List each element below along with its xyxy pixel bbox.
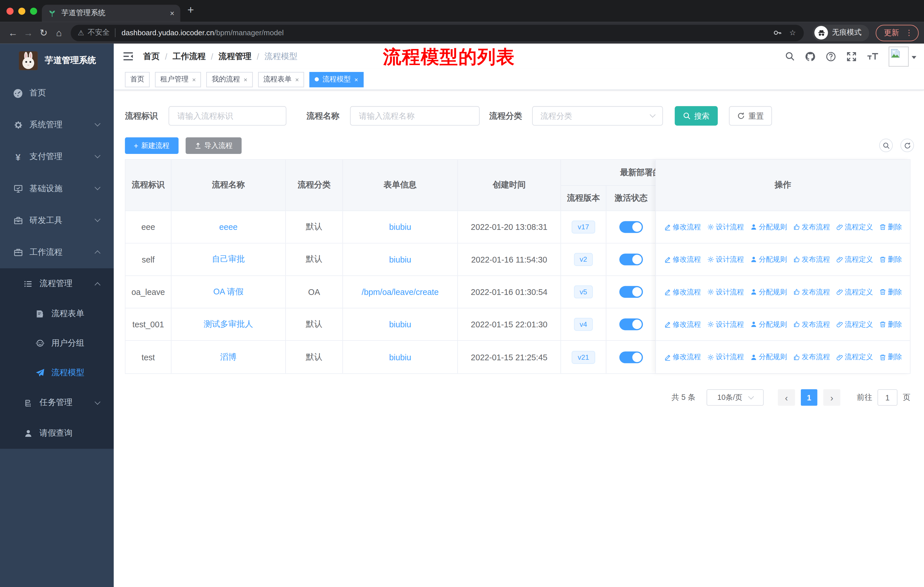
tag-close-icon[interactable]: × (244, 76, 248, 83)
search-icon[interactable] (785, 51, 795, 61)
sidebar-fold-icon[interactable] (122, 51, 134, 61)
process-definition-link[interactable]: 流程定义 (836, 352, 873, 362)
home-icon[interactable]: ⌂ (51, 24, 66, 41)
process-name-link[interactable]: OA 请假 (213, 287, 243, 297)
back-icon[interactable]: ← (5, 24, 21, 41)
design-process-link[interactable]: 设计流程 (707, 319, 744, 329)
design-process-link[interactable]: 设计流程 (707, 222, 744, 232)
process-id-input[interactable] (168, 106, 286, 126)
tag-process-model[interactable]: 流程模型 × (310, 72, 363, 87)
current-page-button[interactable]: 1 (801, 389, 817, 406)
process-category-select[interactable]: 流程分类 (532, 106, 663, 126)
tab-close-icon[interactable]: × (170, 9, 175, 18)
modify-process-link[interactable]: 修改流程 (664, 222, 701, 232)
active-toggle[interactable] (619, 221, 643, 233)
prev-page-button[interactable]: ‹ (778, 389, 795, 406)
tag-close-icon[interactable]: × (192, 76, 196, 83)
browser-menu-icon[interactable]: ⋮ (905, 28, 913, 37)
window-controls[interactable] (7, 8, 37, 15)
sidebar-item-infrastructure[interactable]: 基础设施 (0, 173, 114, 205)
process-definition-link[interactable]: 流程定义 (836, 222, 873, 232)
sidebar-item-task-management[interactable]: 任务管理 (0, 387, 114, 418)
process-name-link[interactable]: eeee (219, 222, 238, 232)
search-button[interactable]: 搜索 (675, 106, 718, 126)
tag-my-process[interactable]: 我的流程 × (206, 72, 252, 87)
process-name-input[interactable] (350, 106, 480, 126)
design-process-link[interactable]: 设计流程 (707, 287, 744, 297)
tag-close-icon[interactable]: × (295, 76, 299, 83)
address-bar[interactable]: ⚠ 不安全 dashboard.yudao.iocoder.cn/bpm/man… (71, 24, 804, 41)
sidebar-item-workflow[interactable]: 工作流程 (0, 236, 114, 268)
reload-icon[interactable]: ↻ (36, 24, 51, 41)
create-process-button[interactable]: + 新建流程 (125, 137, 178, 154)
publish-process-link[interactable]: 发布流程 (793, 287, 830, 297)
browser-update-button[interactable]: 更新 ⋮ (876, 24, 919, 41)
github-icon[interactable] (805, 51, 815, 62)
form-info-link[interactable]: biubiu (389, 352, 411, 362)
delete-link[interactable]: 删除 (879, 319, 902, 329)
maximize-window-button[interactable] (30, 8, 37, 15)
delete-link[interactable]: 删除 (879, 287, 902, 297)
page-size-select[interactable]: 10条/页 (706, 389, 764, 406)
password-key-icon[interactable] (770, 25, 785, 40)
close-window-button[interactable] (7, 8, 14, 15)
tag-process-form[interactable]: 流程表单 × (258, 72, 304, 87)
design-process-link[interactable]: 设计流程 (707, 255, 744, 265)
process-definition-link[interactable]: 流程定义 (836, 319, 873, 329)
refresh-button[interactable] (901, 139, 914, 152)
forward-icon[interactable]: → (21, 24, 36, 41)
goto-page-input[interactable] (877, 389, 898, 406)
modify-process-link[interactable]: 修改流程 (664, 287, 701, 297)
assign-rule-link[interactable]: 分配规则 (750, 255, 787, 265)
delete-link[interactable]: 删除 (879, 222, 902, 232)
publish-process-link[interactable]: 发布流程 (793, 255, 830, 265)
assign-rule-link[interactable]: 分配规则 (750, 352, 787, 362)
sidebar-logo[interactable]: 芋道管理系统 (0, 43, 114, 77)
assign-rule-link[interactable]: 分配规则 (750, 287, 787, 297)
process-name-link[interactable]: 自己审批 (212, 254, 245, 265)
sidebar-item-user-group[interactable]: 用户分组 (0, 329, 114, 358)
modify-process-link[interactable]: 修改流程 (664, 255, 701, 265)
active-toggle[interactable] (619, 318, 643, 330)
tag-tenant-management[interactable]: 租户管理 × (155, 72, 201, 87)
sidebar-item-home[interactable]: 首页 (0, 78, 114, 109)
design-process-link[interactable]: 设计流程 (707, 352, 744, 362)
toggle-search-button[interactable] (879, 139, 893, 152)
modify-process-link[interactable]: 修改流程 (664, 352, 701, 362)
minimize-window-button[interactable] (18, 8, 25, 15)
breadcrumb-workflow[interactable]: 工作流程 (173, 51, 206, 62)
tag-close-icon[interactable]: × (354, 76, 358, 83)
reset-button[interactable]: 重置 (729, 106, 772, 126)
breadcrumb-home[interactable]: 首页 (143, 51, 160, 62)
browser-tab[interactable]: 芋道管理系统 × (42, 5, 180, 22)
breadcrumb-process-management[interactable]: 流程管理 (219, 51, 251, 62)
sidebar-item-devtools[interactable]: 研发工具 (0, 205, 114, 236)
sidebar-item-leave-query[interactable]: 请假查询 (0, 418, 114, 449)
sidebar-item-process-management[interactable]: 流程管理 (0, 268, 114, 299)
sidebar-item-system[interactable]: 系统管理 (0, 109, 114, 141)
user-avatar[interactable] (889, 46, 917, 66)
tag-home[interactable]: 首页 (125, 72, 150, 87)
help-icon[interactable] (825, 51, 836, 62)
delete-link[interactable]: 删除 (879, 255, 902, 265)
delete-link[interactable]: 删除 (879, 352, 902, 362)
process-definition-link[interactable]: 流程定义 (836, 287, 873, 297)
sidebar-item-process-model[interactable]: 流程模型 (0, 358, 114, 387)
active-toggle[interactable] (619, 286, 643, 298)
publish-process-link[interactable]: 发布流程 (793, 319, 830, 329)
process-name-link[interactable]: 滔博 (220, 352, 237, 362)
font-size-icon[interactable] (867, 51, 878, 61)
publish-process-link[interactable]: 发布流程 (793, 222, 830, 232)
bookmark-star-icon[interactable]: ☆ (785, 25, 800, 40)
process-name-link[interactable]: 测试多审批人 (204, 319, 253, 330)
next-page-button[interactable]: › (823, 389, 840, 406)
form-info-link[interactable]: biubiu (389, 319, 411, 329)
form-info-link[interactable]: biubiu (389, 222, 411, 232)
active-toggle[interactable] (619, 351, 643, 363)
publish-process-link[interactable]: 发布流程 (793, 352, 830, 362)
fullscreen-icon[interactable] (846, 51, 857, 62)
assign-rule-link[interactable]: 分配规则 (750, 222, 787, 232)
assign-rule-link[interactable]: 分配规则 (750, 319, 787, 329)
modify-process-link[interactable]: 修改流程 (664, 319, 701, 329)
process-definition-link[interactable]: 流程定义 (836, 255, 873, 265)
